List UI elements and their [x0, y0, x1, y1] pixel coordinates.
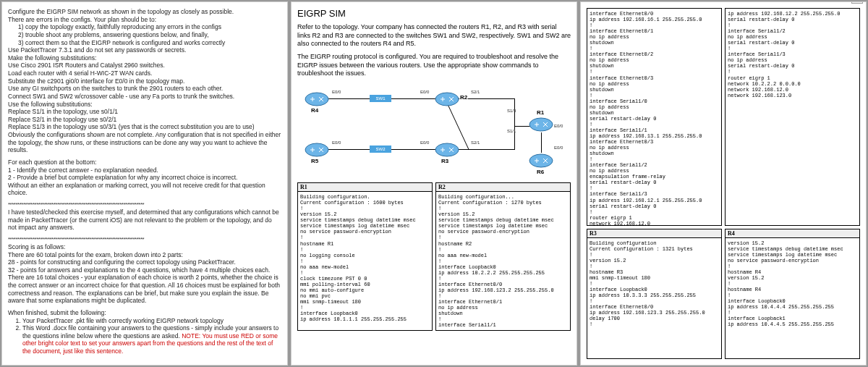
router-label: R2: [459, 94, 468, 101]
text: Obviously the configurations shown are n…: [8, 131, 281, 154]
config-header-r4: R4: [725, 229, 860, 237]
port-label: E0/0: [554, 145, 563, 150]
port-label: E0/0: [554, 124, 563, 128]
text: Use PacketTracer 7.3.1 and do not set an…: [8, 46, 281, 54]
config-tables: R1 Building configuration. Current confi…: [297, 182, 571, 331]
text: Replace S2/1 in the topology use s0/2/1: [8, 116, 281, 124]
svg-point-0: [305, 93, 328, 106]
svg-point-2: [305, 143, 328, 156]
page-2-topology: EIGRP SIM Refer to the topology. Your co…: [291, 1, 577, 366]
port-label: E0/0: [420, 90, 429, 94]
text: 32 - points for answers and explanations…: [8, 266, 281, 305]
list-item: This Word .docx file containing your ans…: [22, 324, 281, 355]
text: 2) trouble shoot any problems, answering…: [8, 31, 281, 39]
port-label: E0/0: [332, 90, 341, 94]
router-label: R1: [536, 109, 545, 116]
svg-point-4: [529, 118, 553, 131]
text: Use Cisco 2901 ISR Routers and Catalyst …: [8, 62, 281, 69]
text: Replace S1/1 in the topology, use s0/1/1: [8, 108, 281, 116]
page-title: EIGRP SIM: [297, 8, 571, 19]
config-r4: version 15.2 service timestamps debug da…: [725, 237, 860, 359]
router-label: R6: [536, 169, 545, 175]
router-r1-icon: [529, 117, 553, 132]
svg-point-3: [435, 143, 459, 156]
text: Connect SW1 and SW2 w/crossover cable - …: [8, 93, 281, 101]
port-label: E0/0: [420, 140, 429, 145]
switch-sw1: SW1: [370, 95, 391, 102]
router-r6-icon: [529, 153, 553, 169]
text: 28 - points for constructing and configu…: [8, 258, 281, 266]
config-header-r2: R2: [435, 182, 571, 191]
text: There are errors in the configs. Your pl…: [8, 16, 281, 24]
config-header-r3: R3: [587, 229, 722, 237]
move-cursor-icon: ✥: [851, 1, 863, 4]
separator: ****************************************…: [8, 201, 281, 208]
svg-point-1: [435, 93, 459, 106]
router-r5-icon: [305, 142, 329, 158]
text: 2 - Provide a brief but complete explana…: [8, 174, 281, 182]
text: Make the following substitutions:: [8, 54, 281, 62]
text: For each question at the bottom:: [8, 159, 281, 166]
text: There are 60 total points for the exam, …: [8, 251, 281, 259]
text: Use any GI switchports on the switches t…: [8, 85, 281, 93]
topology-diagram: R4 SW1 R2 R5 SW2 R3 R1 R6 E0/0 E0/0 E0/0…: [297, 84, 571, 178]
intro-text: Refer to the topology. Your company has …: [297, 23, 571, 48]
text: Substitute the c2901 gi0/0 interface for…: [8, 77, 281, 85]
text: Configure the EIGRP SIM network as shown…: [8, 8, 281, 16]
text: 1 - Identify the correct answer - no exp…: [8, 166, 281, 174]
list-item: Your PacketTracer .pkt file with correct…: [22, 317, 281, 325]
port-label: S1/1: [507, 129, 516, 133]
text: 1) copy the topology exactly, faithfully…: [8, 23, 281, 31]
switch-sw2: SW2: [370, 145, 391, 153]
text: Use the following substitutions:: [8, 101, 281, 109]
config-continued-2: ip address 192.168.12.2 255.255.255.0 se…: [725, 8, 860, 226]
config-r2: Building configuration... Current config…: [435, 191, 571, 331]
config-r1: Building configuration. Current configur…: [297, 191, 433, 331]
text: Scoring is as follows:: [8, 243, 281, 251]
router-label: R4: [310, 107, 319, 114]
router-label: R5: [310, 158, 319, 164]
text: I have tested/checked this exercise myse…: [8, 208, 281, 232]
port-label: E0/0: [332, 140, 341, 145]
instruction-text: The EIGRP routing protocol is configured…: [297, 53, 571, 78]
config-continued-1: interface Ethernet0/0 ip address 192.168…: [587, 8, 722, 226]
router-r3-icon: [435, 142, 459, 158]
page-3-configs: ✥ interface Ethernet0/0 ip address 192.1…: [580, 1, 867, 366]
text: Load each router with 4 serial H-WIC-2T …: [8, 69, 281, 77]
svg-point-5: [529, 154, 553, 167]
text: 3) correct them so that the EIGRP networ…: [8, 39, 281, 47]
config-header-r1: R1: [297, 182, 433, 191]
text: Without an either an explanation or mark…: [8, 182, 281, 197]
router-r4-icon: [305, 91, 329, 107]
separator: ****************************************…: [8, 236, 281, 243]
config-r3: Building configuration Current configura…: [587, 237, 722, 359]
port-label: S2/1: [471, 140, 480, 145]
port-label: S1/3: [507, 109, 516, 113]
text: Replace S1/3 in the topology use s0/3/1 …: [8, 123, 281, 131]
text: When finished, submit the following:: [8, 309, 281, 317]
page-1-instructions: Configure the EIGRP SIM network as shown…: [1, 1, 288, 366]
router-label: R3: [441, 158, 449, 164]
router-r2-icon: [435, 91, 459, 107]
port-label: S2/1: [471, 90, 480, 94]
